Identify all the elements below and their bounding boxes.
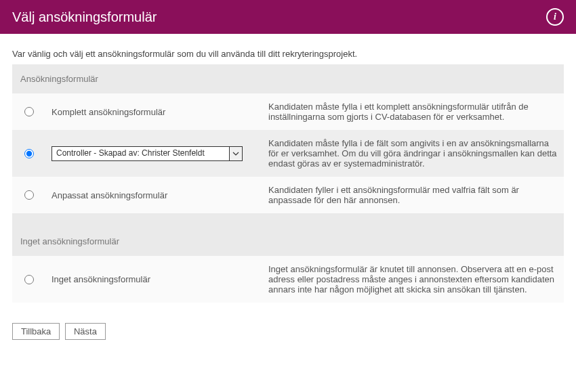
section-no-form: Inget ansökningsformulär [12, 227, 564, 256]
radio-complete-form[interactable] [24, 107, 34, 116]
chevron-down-icon [229, 147, 242, 160]
section-heading-none: Inget ansökningsformulär [12, 227, 564, 256]
intro-text: Var vänlig och välj ett ansökningsformul… [0, 34, 576, 64]
desc-no-form: Inget ansökningsformulär är knutet till … [262, 256, 564, 303]
row-no-form: Inget ansökningsformulär Inget ansökning… [12, 256, 564, 303]
form-options-table: Ansökningsformulär Komplett ansökningsfo… [12, 64, 564, 303]
row-template-form: Controller - Skapad av: Christer Stenfel… [12, 130, 564, 177]
radio-custom-form[interactable] [24, 190, 34, 200]
desc-custom-form: Kandidaten fyller i ett ansökningsformul… [262, 177, 564, 213]
template-select[interactable]: Controller - Skapad av: Christer Stenfel… [52, 146, 243, 161]
desc-template-form: Kandidaten måste fylla i de fält som ang… [262, 130, 564, 177]
section-heading: Ansökningsformulär [12, 64, 564, 93]
radio-no-form[interactable] [24, 275, 34, 284]
dialog-title: Välj ansökningsformulär [12, 9, 157, 25]
radio-template-form[interactable] [24, 149, 34, 158]
section-spacer [12, 213, 564, 227]
desc-complete-form: Kandidaten måste fylla i ett komplett an… [262, 93, 564, 130]
label-custom-form: Anpassat ansökningsformulär [45, 177, 262, 213]
next-button[interactable]: Nästa [65, 323, 106, 340]
row-complete-form: Komplett ansökningsformulär Kandidaten m… [12, 93, 564, 130]
button-row: Tillbaka Nästa [0, 303, 576, 352]
back-button[interactable]: Tillbaka [12, 323, 60, 340]
template-select-value: Controller - Skapad av: Christer Stenfel… [52, 147, 229, 160]
row-custom-form: Anpassat ansökningsformulär Kandidaten f… [12, 177, 564, 213]
label-no-form: Inget ansökningsformulär [45, 256, 262, 303]
label-complete-form: Komplett ansökningsformulär [45, 93, 262, 130]
dialog-header: Välj ansökningsformulär i [0, 0, 576, 34]
info-icon[interactable]: i [546, 8, 564, 26]
section-application-forms: Ansökningsformulär [12, 64, 564, 93]
